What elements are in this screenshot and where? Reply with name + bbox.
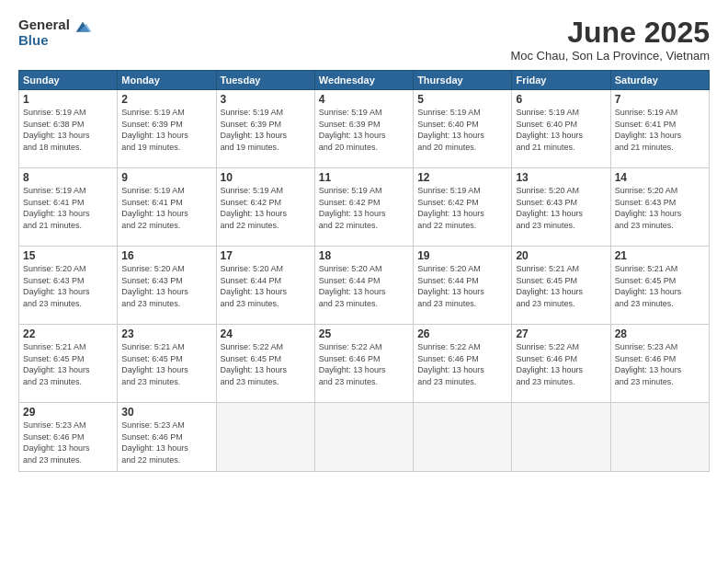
calendar-cell: 1Sunrise: 5:19 AM Sunset: 6:38 PM Daylig… [19,90,118,168]
day-number: 12 [417,171,507,184]
day-info: Sunrise: 5:19 AM Sunset: 6:41 PM Dayligh… [615,107,705,153]
day-info: Sunrise: 5:19 AM Sunset: 6:39 PM Dayligh… [221,107,311,153]
calendar-cell: 17Sunrise: 5:20 AM Sunset: 6:44 PM Dayli… [216,247,314,325]
calendar-cell: 27Sunrise: 5:22 AM Sunset: 6:46 PM Dayli… [512,325,610,403]
calendar-week-row: 22Sunrise: 5:21 AM Sunset: 6:45 PM Dayli… [19,325,710,403]
day-number: 9 [121,171,211,184]
day-info: Sunrise: 5:22 AM Sunset: 6:45 PM Dayligh… [221,341,311,387]
day-number: 3 [221,93,311,106]
day-number: 25 [319,327,409,340]
day-number: 15 [23,249,113,262]
calendar-cell: 15Sunrise: 5:20 AM Sunset: 6:43 PM Dayli… [19,247,118,325]
calendar-cell: 7Sunrise: 5:19 AM Sunset: 6:41 PM Daylig… [610,90,709,168]
calendar-week-row: 8Sunrise: 5:19 AM Sunset: 6:41 PM Daylig… [19,168,710,247]
day-number: 24 [221,327,311,340]
calendar-cell: 18Sunrise: 5:20 AM Sunset: 6:44 PM Dayli… [314,247,413,325]
logo: General Blue [18,17,93,49]
calendar-cell: 25Sunrise: 5:22 AM Sunset: 6:46 PM Dayli… [314,325,413,403]
day-number: 17 [221,249,311,262]
day-info: Sunrise: 5:22 AM Sunset: 6:46 PM Dayligh… [516,341,606,387]
day-info: Sunrise: 5:21 AM Sunset: 6:45 PM Dayligh… [121,341,211,387]
day-info: Sunrise: 5:19 AM Sunset: 6:42 PM Dayligh… [417,185,507,231]
calendar-week-row: 15Sunrise: 5:20 AM Sunset: 6:43 PM Dayli… [19,247,710,325]
day-info: Sunrise: 5:21 AM Sunset: 6:45 PM Dayligh… [615,263,705,309]
header-monday: Monday [118,71,216,90]
day-number: 1 [23,93,113,106]
calendar-cell: 6Sunrise: 5:19 AM Sunset: 6:40 PM Daylig… [512,90,610,168]
day-info: Sunrise: 5:21 AM Sunset: 6:45 PM Dayligh… [23,341,113,387]
day-info: Sunrise: 5:19 AM Sunset: 6:38 PM Dayligh… [23,107,113,153]
calendar-cell: 12Sunrise: 5:19 AM Sunset: 6:42 PM Dayli… [414,168,512,247]
day-number: 28 [615,327,705,340]
header-saturday: Saturday [610,71,709,90]
day-number: 14 [615,171,705,184]
day-number: 27 [516,327,606,340]
day-info: Sunrise: 5:23 AM Sunset: 6:46 PM Dayligh… [23,419,113,465]
location: Moc Chau, Son La Province, Vietnam [510,49,710,63]
calendar-cell: 19Sunrise: 5:20 AM Sunset: 6:44 PM Dayli… [414,247,512,325]
day-number: 22 [23,327,113,340]
calendar-cell: 8Sunrise: 5:19 AM Sunset: 6:41 PM Daylig… [19,168,118,247]
calendar-cell: 21Sunrise: 5:21 AM Sunset: 6:45 PM Dayli… [610,247,709,325]
calendar-cell: 23Sunrise: 5:21 AM Sunset: 6:45 PM Dayli… [118,325,216,403]
calendar-cell: 9Sunrise: 5:19 AM Sunset: 6:41 PM Daylig… [118,168,216,247]
calendar-cell: 22Sunrise: 5:21 AM Sunset: 6:45 PM Dayli… [19,325,118,403]
calendar-cell [610,403,709,472]
calendar-cell [512,403,610,472]
day-number: 29 [23,406,113,419]
calendar-cell: 13Sunrise: 5:20 AM Sunset: 6:43 PM Dayli… [512,168,610,247]
calendar-cell [314,403,413,472]
calendar-cell: 28Sunrise: 5:23 AM Sunset: 6:46 PM Dayli… [610,325,709,403]
day-number: 23 [121,327,211,340]
day-number: 30 [121,406,211,419]
day-info: Sunrise: 5:20 AM Sunset: 6:44 PM Dayligh… [221,263,311,309]
logo-icon [73,18,93,39]
calendar-cell: 3Sunrise: 5:19 AM Sunset: 6:39 PM Daylig… [216,90,314,168]
day-info: Sunrise: 5:22 AM Sunset: 6:46 PM Dayligh… [319,341,409,387]
day-number: 6 [516,93,606,106]
calendar-table: Sunday Monday Tuesday Wednesday Thursday… [18,70,710,472]
calendar-cell [216,403,314,472]
day-info: Sunrise: 5:20 AM Sunset: 6:44 PM Dayligh… [319,263,409,309]
day-number: 8 [23,171,113,184]
weekday-header-row: Sunday Monday Tuesday Wednesday Thursday… [19,71,710,90]
calendar-cell: 16Sunrise: 5:20 AM Sunset: 6:43 PM Dayli… [118,247,216,325]
calendar-cell: 11Sunrise: 5:19 AM Sunset: 6:42 PM Dayli… [314,168,413,247]
title-block: June 2025 Moc Chau, Son La Province, Vie… [510,17,710,63]
day-number: 20 [516,249,606,262]
header-friday: Friday [512,71,610,90]
calendar-cell: 10Sunrise: 5:19 AM Sunset: 6:42 PM Dayli… [216,168,314,247]
calendar-cell: 2Sunrise: 5:19 AM Sunset: 6:39 PM Daylig… [118,90,216,168]
day-info: Sunrise: 5:19 AM Sunset: 6:40 PM Dayligh… [516,107,606,153]
day-info: Sunrise: 5:21 AM Sunset: 6:45 PM Dayligh… [516,263,606,309]
day-number: 4 [319,93,409,106]
day-info: Sunrise: 5:19 AM Sunset: 6:41 PM Dayligh… [23,185,113,231]
logo-text: General Blue [18,17,70,49]
day-info: Sunrise: 5:20 AM Sunset: 6:43 PM Dayligh… [516,185,606,231]
calendar-cell [414,403,512,472]
day-info: Sunrise: 5:19 AM Sunset: 6:42 PM Dayligh… [319,185,409,231]
day-info: Sunrise: 5:22 AM Sunset: 6:46 PM Dayligh… [417,341,507,387]
header-thursday: Thursday [414,71,512,90]
day-number: 10 [221,171,311,184]
header-sunday: Sunday [19,71,118,90]
calendar-cell: 29Sunrise: 5:23 AM Sunset: 6:46 PM Dayli… [19,403,118,472]
day-number: 19 [417,249,507,262]
day-number: 2 [121,93,211,106]
calendar-cell: 24Sunrise: 5:22 AM Sunset: 6:45 PM Dayli… [216,325,314,403]
calendar-week-row: 29Sunrise: 5:23 AM Sunset: 6:46 PM Dayli… [19,403,710,472]
day-info: Sunrise: 5:23 AM Sunset: 6:46 PM Dayligh… [121,419,211,465]
calendar-cell: 26Sunrise: 5:22 AM Sunset: 6:46 PM Dayli… [414,325,512,403]
day-number: 5 [417,93,507,106]
day-info: Sunrise: 5:20 AM Sunset: 6:43 PM Dayligh… [121,263,211,309]
day-number: 21 [615,249,705,262]
page: General Blue June 2025 Moc Chau, Son La … [0,0,728,563]
day-info: Sunrise: 5:19 AM Sunset: 6:42 PM Dayligh… [221,185,311,231]
calendar-week-row: 1Sunrise: 5:19 AM Sunset: 6:38 PM Daylig… [19,90,710,168]
day-number: 18 [319,249,409,262]
header: General Blue June 2025 Moc Chau, Son La … [18,17,710,63]
day-info: Sunrise: 5:19 AM Sunset: 6:39 PM Dayligh… [319,107,409,153]
day-info: Sunrise: 5:20 AM Sunset: 6:44 PM Dayligh… [417,263,507,309]
day-info: Sunrise: 5:20 AM Sunset: 6:43 PM Dayligh… [615,185,705,231]
day-number: 7 [615,93,705,106]
